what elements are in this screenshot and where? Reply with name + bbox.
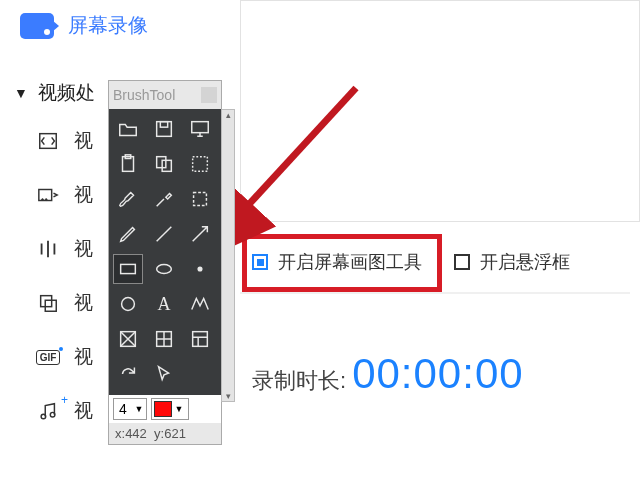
brand-title: 屏幕录像 [68, 12, 148, 39]
brush-grid-dashed-icon[interactable] [185, 149, 215, 179]
sidebar-item-label: 视 [74, 128, 93, 154]
brush-zigzag-icon[interactable] [185, 289, 215, 319]
brush-brush-icon[interactable] [113, 184, 143, 214]
enable-float-box-checkbox[interactable]: 开启悬浮框 [454, 250, 570, 274]
brush-redo-icon[interactable] [113, 359, 143, 389]
brush-open-folder-icon[interactable] [113, 114, 143, 144]
svg-rect-18 [121, 264, 136, 273]
sidebar-item-label: 视 [74, 344, 93, 370]
brush-status-bar: x:442 y:621 [109, 423, 221, 444]
svg-point-21 [122, 298, 135, 311]
svg-rect-5 [45, 300, 56, 311]
equalizer-icon [36, 237, 60, 261]
brush-grid-icon[interactable] [149, 324, 179, 354]
stroke-width-value: 4 [114, 401, 132, 417]
timer-value: 00:00:00 [352, 350, 524, 398]
brush-pencil-icon[interactable] [113, 219, 143, 249]
brush-save-icon[interactable] [149, 114, 179, 144]
svg-point-20 [198, 267, 202, 271]
resize-icon [36, 129, 60, 153]
close-icon[interactable] [201, 87, 217, 103]
svg-rect-14 [157, 157, 166, 168]
brush-arrow-line-icon[interactable] [185, 219, 215, 249]
svg-point-2 [42, 199, 44, 201]
dropdown-icon[interactable]: ▼ [132, 404, 146, 414]
timer-label: 录制时长: [252, 366, 346, 396]
brush-eyedropper-icon[interactable] [149, 184, 179, 214]
music-icon: + [36, 399, 60, 423]
enable-draw-tool-checkbox[interactable]: 开启屏幕画图工具 [252, 250, 422, 274]
tree-header-label: 视频处 [38, 80, 95, 106]
checkbox-label: 开启悬浮框 [480, 250, 570, 274]
checkbox-label: 开启屏幕画图工具 [278, 250, 422, 274]
svg-rect-15 [162, 160, 171, 171]
color-swatch [154, 401, 172, 417]
preview-area [240, 0, 640, 222]
svg-rect-17 [194, 193, 207, 206]
svg-rect-11 [192, 122, 209, 133]
brush-layout-icon[interactable] [185, 324, 215, 354]
brush-letter-a-icon[interactable]: A [149, 289, 179, 319]
stroke-width-input[interactable]: 4 ▼ [113, 398, 147, 420]
brush-dashed-box-icon[interactable] [185, 184, 215, 214]
options-row: 开启屏幕画图工具 开启悬浮框 [240, 232, 630, 294]
brand-icon [20, 13, 54, 39]
brush-transparent-icon[interactable] [113, 324, 143, 354]
scrollbar[interactable] [221, 109, 235, 402]
copy-icon [36, 291, 60, 315]
svg-point-19 [157, 264, 172, 273]
checkbox-icon [454, 254, 470, 270]
color-picker[interactable]: ▼ [151, 398, 189, 420]
brush-rectangle-icon[interactable] [113, 254, 143, 284]
brush-clipboard-icon[interactable] [113, 149, 143, 179]
brush-circle-icon[interactable] [113, 289, 143, 319]
brush-line-icon[interactable] [149, 219, 179, 249]
caret-down-icon: ▼ [14, 85, 28, 101]
svg-rect-10 [160, 122, 167, 128]
sidebar-item-label: 视 [74, 236, 93, 262]
dropdown-icon[interactable]: ▼ [172, 404, 186, 414]
brush-cursor-icon[interactable] [149, 359, 179, 389]
swap-icon [36, 183, 60, 207]
gif-icon: GIF [36, 345, 60, 369]
svg-point-7 [50, 412, 55, 417]
brush-dot-icon[interactable] [185, 254, 215, 284]
brush-monitor-icon[interactable] [185, 114, 215, 144]
brush-blank-icon[interactable] [185, 359, 215, 389]
timer-row: 录制时长: 00:00:00 [240, 350, 640, 398]
brush-tool-panel[interactable]: BrushTool A 4 ▼ ▼ x:442 y:621 [108, 80, 222, 445]
svg-rect-24 [193, 332, 208, 347]
sidebar-item-label: 视 [74, 398, 93, 424]
svg-rect-16 [193, 157, 208, 172]
svg-point-6 [41, 414, 46, 419]
brush-panel-title: BrushTool [113, 87, 175, 103]
svg-point-3 [45, 199, 47, 201]
brush-ellipse-icon[interactable] [149, 254, 179, 284]
svg-rect-9 [157, 122, 172, 137]
sidebar-item-label: 视 [74, 290, 93, 316]
svg-rect-4 [41, 296, 52, 307]
brush-copy-icon[interactable] [149, 149, 179, 179]
sidebar-item-label: 视 [74, 182, 93, 208]
checkbox-icon [252, 254, 268, 270]
